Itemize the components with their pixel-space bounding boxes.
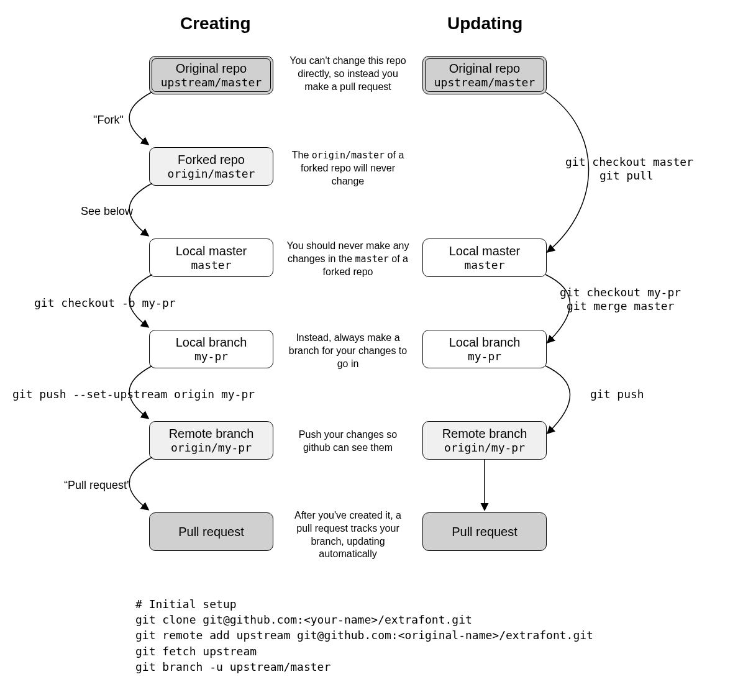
code-text: master xyxy=(355,253,389,265)
edge-label-checkout-mypr: git checkout my-pr xyxy=(560,286,681,299)
node-remote-branch-creating: Remote branch origin/my-pr xyxy=(149,421,273,460)
node-sub: master xyxy=(464,258,504,271)
initial-setup-block: # Initial setup git clone git@github.com… xyxy=(135,596,593,675)
edge-label-fork: "Fork" xyxy=(93,114,124,127)
node-title: Remote branch xyxy=(442,427,527,441)
node-sub: upstream/master xyxy=(434,76,536,89)
node-local-branch-creating: Local branch my-pr xyxy=(149,330,273,368)
node-pull-request-creating: Pull request xyxy=(149,512,273,551)
desc-local-master: You should never make any changes in the… xyxy=(286,240,410,278)
edge-label-see-below: See below xyxy=(81,205,133,218)
edge-label-checkout-master: git checkout master xyxy=(565,155,693,168)
edge-label-git-push: git push xyxy=(590,388,644,401)
node-sub: my-pr xyxy=(194,350,228,363)
edge-label-git-pull: git pull xyxy=(599,169,654,182)
desc-pull-request: After you've created it, a pull request … xyxy=(286,509,410,561)
node-remote-branch-updating: Remote branch origin/my-pr xyxy=(422,421,547,460)
node-original-repo-creating: Original repo upstream/master xyxy=(149,56,273,94)
node-forked-repo: Forked repo origin/master xyxy=(149,147,273,186)
node-original-repo-updating: Original repo upstream/master xyxy=(422,56,547,94)
edge-label-checkout-b: git checkout -b my-pr xyxy=(34,296,176,309)
node-title: Local master xyxy=(176,244,247,258)
node-sub: origin/master xyxy=(168,167,255,180)
node-sub: upstream/master xyxy=(161,76,262,89)
text: The xyxy=(292,150,312,160)
node-title: Pull request xyxy=(452,525,517,539)
node-pull-request-updating: Pull request xyxy=(422,512,547,551)
node-sub: my-pr xyxy=(468,350,501,363)
node-title: Pull request xyxy=(178,525,244,539)
node-title: Forked repo xyxy=(178,153,245,167)
desc-local-branch: Instead, always make a branch for your c… xyxy=(286,332,410,370)
desc-remote-branch: Push your changes so github can see them xyxy=(286,429,410,455)
node-local-branch-updating: Local branch my-pr xyxy=(422,330,547,368)
edge-label-pull-request: “Pull request” xyxy=(64,479,130,492)
node-title: Remote branch xyxy=(169,427,254,441)
node-title: Local branch xyxy=(176,335,247,350)
node-title: Original repo xyxy=(176,61,247,76)
node-local-master-updating: Local master master xyxy=(422,239,547,277)
heading-updating: Updating xyxy=(447,14,522,34)
desc-original-repo: You can't change this repo directly, so … xyxy=(286,55,410,93)
node-sub: origin/my-pr xyxy=(171,441,252,454)
node-local-master-creating: Local master master xyxy=(149,239,273,277)
node-sub: origin/my-pr xyxy=(444,441,525,454)
edge-label-merge-master: git merge master xyxy=(567,299,674,312)
node-title: Local branch xyxy=(449,335,521,350)
node-title: Original repo xyxy=(449,61,521,76)
code-text: origin/master xyxy=(312,150,385,161)
node-sub: master xyxy=(191,258,231,271)
desc-forked-repo: The origin/master of a forked repo will … xyxy=(286,149,410,188)
heading-creating: Creating xyxy=(180,14,251,34)
edge-label-push-upstream: git push --set-upstream origin my-pr xyxy=(12,388,255,401)
node-title: Local master xyxy=(449,244,521,258)
